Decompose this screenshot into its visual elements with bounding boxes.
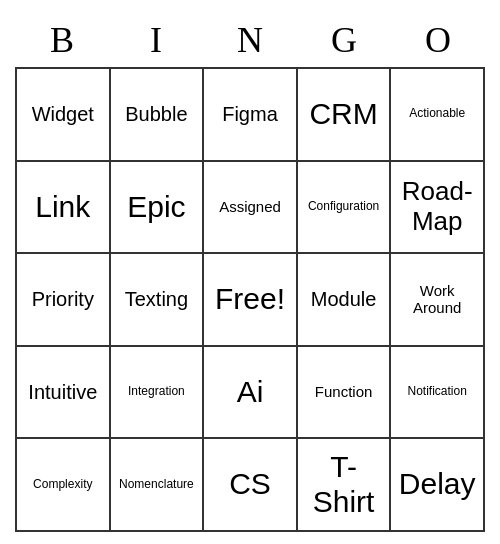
cell-label: Delay bbox=[399, 467, 476, 502]
bingo-header: BINGO bbox=[15, 12, 485, 67]
header-letter: B bbox=[15, 12, 109, 67]
bingo-cell: Free! bbox=[204, 254, 298, 347]
bingo-cell: Priority bbox=[17, 254, 111, 347]
cell-label: Free! bbox=[215, 282, 285, 317]
bingo-cell: CRM bbox=[298, 69, 392, 162]
cell-label: Link bbox=[35, 190, 90, 225]
cell-label: Figma bbox=[222, 103, 278, 126]
cell-label: Function bbox=[315, 383, 373, 400]
header-letter: O bbox=[391, 12, 485, 67]
cell-label: T- Shirt bbox=[313, 450, 375, 519]
bingo-row: ComplexityNomenclatureCST- ShirtDelay bbox=[17, 439, 485, 532]
header-letter: I bbox=[109, 12, 203, 67]
bingo-row: WidgetBubbleFigmaCRMActionable bbox=[17, 69, 485, 162]
bingo-cell: Figma bbox=[204, 69, 298, 162]
bingo-cell: Actionable bbox=[391, 69, 485, 162]
cell-label: Complexity bbox=[33, 478, 92, 492]
bingo-grid: WidgetBubbleFigmaCRMActionableLinkEpicAs… bbox=[15, 67, 485, 532]
cell-label: Configuration bbox=[308, 200, 379, 214]
bingo-cell: Road- Map bbox=[391, 162, 485, 255]
cell-label: CRM bbox=[309, 97, 377, 132]
cell-label: Intuitive bbox=[28, 381, 97, 404]
bingo-cell: Nomenclature bbox=[111, 439, 205, 532]
cell-label: Work Around bbox=[413, 282, 461, 317]
bingo-cell: Work Around bbox=[391, 254, 485, 347]
cell-label: Ai bbox=[237, 375, 264, 410]
bingo-cell: Function bbox=[298, 347, 392, 440]
cell-label: Bubble bbox=[125, 103, 187, 126]
cell-label: Road- Map bbox=[402, 177, 473, 237]
bingo-cell: Widget bbox=[17, 69, 111, 162]
cell-label: CS bbox=[229, 467, 271, 502]
cell-label: Widget bbox=[32, 103, 94, 126]
bingo-cell: T- Shirt bbox=[298, 439, 392, 532]
bingo-cell: CS bbox=[204, 439, 298, 532]
cell-label: Texting bbox=[125, 288, 188, 311]
bingo-row: IntuitiveIntegrationAiFunctionNotificati… bbox=[17, 347, 485, 440]
bingo-row: LinkEpicAssignedConfigurationRoad- Map bbox=[17, 162, 485, 255]
cell-label: Nomenclature bbox=[119, 478, 194, 492]
bingo-cell: Integration bbox=[111, 347, 205, 440]
cell-label: Notification bbox=[407, 385, 466, 399]
cell-label: Module bbox=[311, 288, 377, 311]
bingo-cell: Module bbox=[298, 254, 392, 347]
bingo-card: BINGO WidgetBubbleFigmaCRMActionableLink… bbox=[15, 12, 485, 532]
bingo-cell: Link bbox=[17, 162, 111, 255]
header-letter: G bbox=[297, 12, 391, 67]
cell-label: Priority bbox=[32, 288, 94, 311]
bingo-cell: Assigned bbox=[204, 162, 298, 255]
bingo-cell: Complexity bbox=[17, 439, 111, 532]
bingo-cell: Bubble bbox=[111, 69, 205, 162]
bingo-cell: Intuitive bbox=[17, 347, 111, 440]
bingo-cell: Configuration bbox=[298, 162, 392, 255]
cell-label: Assigned bbox=[219, 198, 281, 215]
cell-label: Integration bbox=[128, 385, 185, 399]
header-letter: N bbox=[203, 12, 297, 67]
bingo-row: PriorityTextingFree!ModuleWork Around bbox=[17, 254, 485, 347]
bingo-cell: Texting bbox=[111, 254, 205, 347]
bingo-cell: Notification bbox=[391, 347, 485, 440]
cell-label: Epic bbox=[127, 190, 185, 225]
bingo-cell: Ai bbox=[204, 347, 298, 440]
bingo-cell: Epic bbox=[111, 162, 205, 255]
cell-label: Actionable bbox=[409, 107, 465, 121]
bingo-cell: Delay bbox=[391, 439, 485, 532]
